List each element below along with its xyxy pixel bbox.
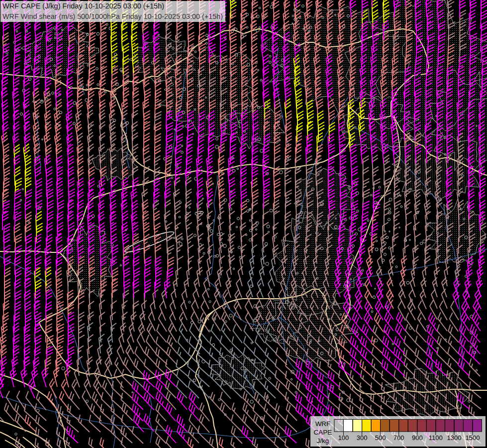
svg-text:WRF CAPE (J/kg) Friday 10-10-2: WRF CAPE (J/kg) Friday 10-10-2025 03:00 … xyxy=(2,1,164,10)
svg-text:1300: 1300 xyxy=(447,434,461,442)
svg-text:WRF: WRF xyxy=(315,420,331,428)
svg-text:500: 500 xyxy=(375,434,386,442)
svg-text:1100: 1100 xyxy=(429,434,443,442)
svg-text:700: 700 xyxy=(393,434,404,442)
svg-text:J/kg: J/kg xyxy=(317,437,329,445)
svg-text:900: 900 xyxy=(412,434,423,442)
svg-text:WRF Wind shear (m/s) 500/1000h: WRF Wind shear (m/s) 500/1000hPa Friday … xyxy=(2,12,223,20)
svg-text:1500: 1500 xyxy=(466,434,480,442)
svg-text:CAPE: CAPE xyxy=(314,429,332,436)
svg-text:300: 300 xyxy=(357,434,368,442)
svg-text:100: 100 xyxy=(338,434,349,442)
